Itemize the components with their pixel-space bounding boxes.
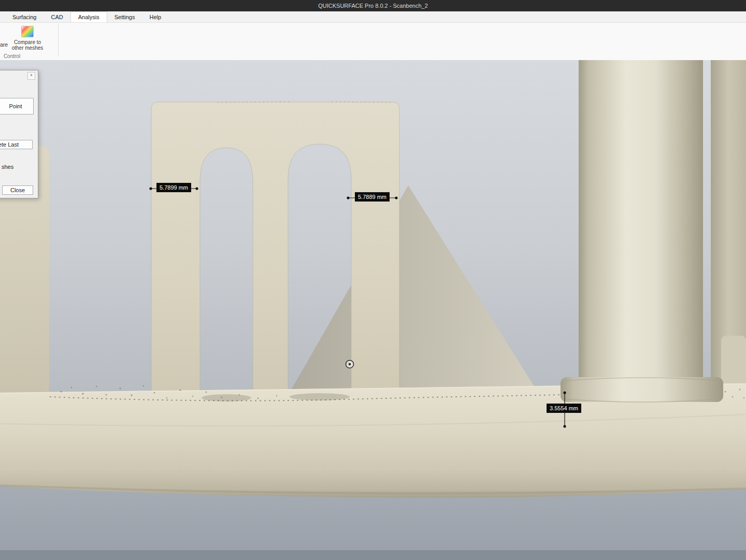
mesh-cylinder [579, 60, 703, 382]
ribbon: are Compare to other meshes Control [0, 23, 746, 61]
compare-meshes-icon [21, 26, 34, 37]
measure-dialog: × Point lete Last shes Close [0, 70, 38, 198]
measurement-label: 3.5554 mm [547, 404, 581, 413]
close-button[interactable]: Close [2, 185, 33, 195]
viewport-3d[interactable]: 5.7899 mm 5.7889 mm 3.5554 mm [0, 60, 746, 560]
measurement-label: 5.7889 mm [355, 192, 390, 202]
measurement-label: 5.7899 mm [156, 183, 191, 192]
compare-button-label: Compare to other meshes [10, 39, 45, 51]
window-title: QUICKSURFACE Pro 8.0.2 - Scanbench_2 [318, 3, 428, 9]
arch-shadow [290, 393, 350, 400]
delete-last-button[interactable]: lete Last [0, 140, 33, 149]
compare-to-other-meshes-button[interactable]: Compare to other meshes [10, 24, 45, 56]
ribbon-group-label: Control [0, 53, 34, 59]
tab-surfacing[interactable]: Surfacing [5, 11, 44, 22]
orbit-target-icon [346, 361, 354, 368]
dialog-close-icon[interactable]: × [27, 72, 35, 80]
titlebar: QUICKSURFACE Pro 8.0.2 - Scanbench_2 [0, 0, 746, 11]
tab-help[interactable]: Help [142, 11, 168, 22]
floor-strip [0, 550, 746, 560]
mesh-arch-block [151, 102, 399, 399]
mesh-cylinder-collar [561, 377, 723, 402]
ribbon-group-separator [58, 24, 59, 56]
scene-3d[interactable] [0, 60, 746, 560]
meshes-label-partial: shes [2, 164, 13, 170]
compare-button-partial[interactable]: are [0, 41, 8, 48]
tab-analysis[interactable]: Analysis [70, 11, 107, 22]
tab-cad[interactable]: CAD [44, 11, 70, 22]
point-button[interactable]: Point [0, 98, 34, 114]
menubar: Surfacing CAD Analysis Settings Help [0, 11, 746, 23]
tab-settings[interactable]: Settings [107, 11, 142, 22]
